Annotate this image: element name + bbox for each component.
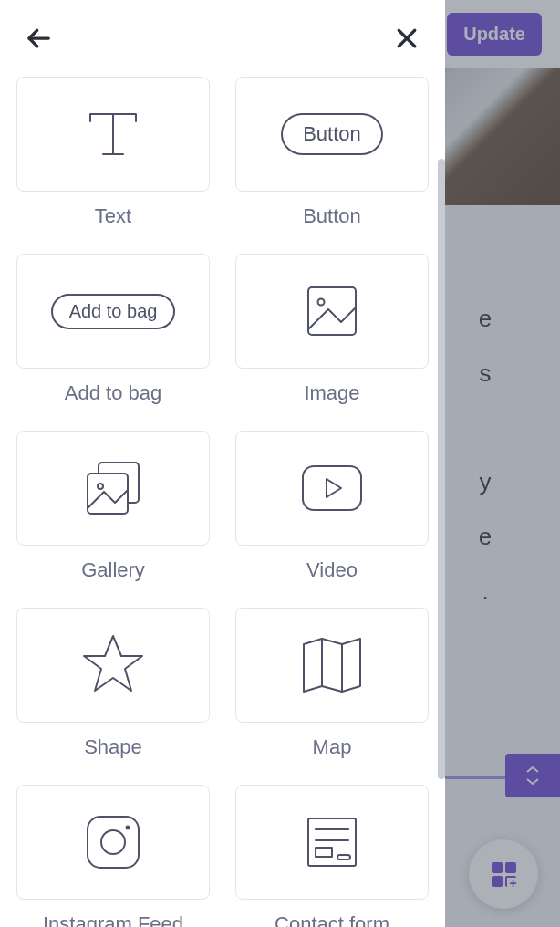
instagram-icon xyxy=(82,811,144,873)
element-add-to-bag[interactable]: Add to bag Add to bag xyxy=(16,254,210,405)
svg-point-17 xyxy=(101,830,125,854)
form-icon xyxy=(303,813,361,871)
element-label: Button xyxy=(303,204,361,228)
svg-rect-23 xyxy=(337,855,350,859)
element-video[interactable]: Video xyxy=(235,431,429,582)
scrollbar-thumb[interactable] xyxy=(438,159,445,779)
element-label: Video xyxy=(306,558,358,582)
tile: Button xyxy=(235,77,429,192)
svg-rect-22 xyxy=(316,848,332,857)
element-button[interactable]: Button Button xyxy=(235,77,429,228)
svg-marker-12 xyxy=(84,636,142,691)
svg-point-6 xyxy=(318,299,325,306)
tile xyxy=(16,77,210,192)
svg-point-18 xyxy=(127,827,130,829)
tile xyxy=(235,431,429,546)
element-text[interactable]: Text xyxy=(16,77,210,228)
add-to-bag-icon: Add to bag xyxy=(51,294,176,329)
tile xyxy=(16,608,210,723)
tile xyxy=(235,254,429,369)
button-icon: Button xyxy=(281,113,383,155)
element-instagram-feed[interactable]: Instagram Feed xyxy=(16,785,210,927)
element-label: Map xyxy=(313,735,352,759)
image-icon xyxy=(303,282,361,340)
tile xyxy=(16,431,210,546)
close-button[interactable] xyxy=(392,24,421,53)
tile: Add to bag xyxy=(16,254,210,369)
svg-rect-8 xyxy=(88,474,128,514)
element-gallery[interactable]: Gallery xyxy=(16,431,210,582)
svg-marker-13 xyxy=(304,639,360,692)
element-grid: Text Button Button Add to bag Add to bag xyxy=(16,77,429,927)
star-icon xyxy=(78,630,148,700)
panel-scroll[interactable]: Text Button Button Add to bag Add to bag xyxy=(0,77,445,927)
svg-rect-5 xyxy=(308,287,356,335)
element-map[interactable]: Map xyxy=(235,608,429,759)
svg-rect-10 xyxy=(303,466,361,510)
svg-rect-16 xyxy=(88,817,139,868)
arrow-left-icon xyxy=(25,25,52,52)
video-icon xyxy=(299,463,365,514)
element-label: Contact form xyxy=(275,912,389,927)
element-shape[interactable]: Shape xyxy=(16,608,210,759)
element-label: Add to bag xyxy=(65,381,161,405)
element-label: Instagram Feed xyxy=(43,912,183,927)
map-icon xyxy=(298,633,366,697)
tile xyxy=(235,785,429,900)
element-label: Gallery xyxy=(81,558,145,582)
element-image[interactable]: Image xyxy=(235,254,429,405)
element-contact-form[interactable]: Contact form xyxy=(235,785,429,927)
svg-marker-11 xyxy=(327,479,341,497)
panel-header xyxy=(0,0,445,77)
back-button[interactable] xyxy=(24,24,53,53)
tile xyxy=(235,608,429,723)
element-label: Text xyxy=(95,204,131,228)
tile xyxy=(16,785,210,900)
gallery-icon xyxy=(80,455,146,521)
text-icon xyxy=(85,109,141,160)
element-label: Shape xyxy=(84,735,142,759)
close-icon xyxy=(393,25,420,52)
add-element-panel: Text Button Button Add to bag Add to bag xyxy=(0,0,445,927)
element-label: Image xyxy=(304,381,359,405)
